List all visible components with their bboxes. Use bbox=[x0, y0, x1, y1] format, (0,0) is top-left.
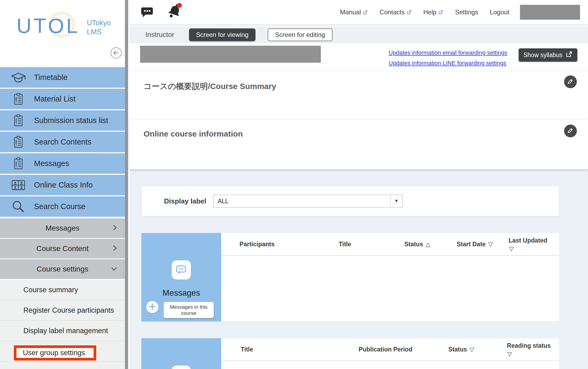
sidebar-item-submission-status[interactable]: Submission status list bbox=[0, 110, 125, 131]
nav-label: Help bbox=[423, 9, 436, 16]
nav-label: Settings bbox=[455, 9, 478, 16]
sidebar-item-material-list[interactable]: Material List bbox=[0, 89, 125, 109]
sidebar-item-online-class-info[interactable]: Online Class Info bbox=[0, 175, 125, 195]
messages-table: Participants Title Status△ Start Date▽ L bbox=[221, 233, 559, 321]
external-link-icon bbox=[566, 51, 573, 59]
external-link-icon bbox=[406, 10, 412, 15]
video-grid-icon bbox=[10, 179, 27, 191]
mode-bar: Instructor Screen for viewing Screen for… bbox=[129, 27, 588, 43]
materials-table-header: Title Publication Period Status▽ Reading… bbox=[221, 338, 559, 361]
sidebar-item-label: Search Contents bbox=[34, 138, 91, 146]
column-status[interactable]: Status△ bbox=[404, 241, 430, 248]
add-message-button[interactable] bbox=[146, 301, 158, 313]
dropdown-arrow-icon[interactable]: ▼ bbox=[390, 195, 402, 207]
messages-in-this-course-button[interactable]: Messages in this course bbox=[163, 302, 214, 318]
main-content: Manual Contacts Help Settings Logout bbox=[129, 0, 588, 369]
logo-text: UTOL bbox=[16, 15, 80, 36]
top-navigation: Manual Contacts Help Settings Logout bbox=[328, 0, 580, 24]
messages-tile[interactable]: Messages Messages in this course bbox=[141, 233, 221, 321]
column-last-updated[interactable]: Last Updated▽ bbox=[509, 237, 559, 253]
sidebar-group-course-content[interactable]: Course Content bbox=[0, 239, 125, 258]
edit-summary-button[interactable] bbox=[564, 75, 577, 88]
notification-badge bbox=[177, 3, 182, 8]
column-status[interactable]: Status▽ bbox=[448, 346, 474, 353]
messages-tile-title: Messages bbox=[141, 288, 221, 298]
show-syllabus-button[interactable]: Show syllabus bbox=[519, 48, 577, 62]
subitem-label: Course summary bbox=[23, 286, 78, 294]
display-label-text: Display label bbox=[164, 197, 206, 205]
sort-desc-icon: ▽ bbox=[507, 350, 557, 358]
sidebar-item-search-contents[interactable]: Search Contents bbox=[0, 132, 125, 152]
materials-table: Title Publication Period Status▽ Reading… bbox=[221, 338, 559, 369]
sidebar-item-label: Search Course bbox=[34, 202, 85, 211]
messages-table-header: Participants Title Status△ Start Date▽ L bbox=[221, 233, 559, 256]
sidebar-item-label: Submission status list bbox=[34, 116, 108, 125]
course-summary-section: コースの概要説明/Course Summary bbox=[129, 72, 588, 119]
nav-contacts[interactable]: Contacts bbox=[380, 9, 412, 16]
edit-online-info-button[interactable] bbox=[564, 125, 577, 137]
arrow-left-circle-icon bbox=[110, 47, 122, 59]
nav-manual[interactable]: Manual bbox=[340, 9, 368, 16]
sidebar-group-messages[interactable]: Messages bbox=[0, 218, 125, 238]
pencil-icon bbox=[567, 127, 574, 135]
sidebar-item-user-group-settings[interactable]: User group settings bbox=[0, 341, 125, 362]
nav-settings[interactable]: Settings bbox=[455, 9, 478, 16]
sidebar-scrollbar[interactable] bbox=[125, 0, 128, 369]
chat-icon[interactable] bbox=[141, 6, 153, 20]
group-label: Messages bbox=[45, 224, 79, 232]
email-forwarding-link[interactable]: Updates information email forwarding set… bbox=[389, 49, 507, 56]
user-name-redacted[interactable] bbox=[520, 5, 580, 20]
display-label-select[interactable]: ALL ▼ bbox=[213, 195, 402, 207]
message-bubble-icon bbox=[172, 260, 191, 279]
subitem-label: Register Course participants bbox=[23, 306, 114, 315]
group-label: Course Content bbox=[36, 244, 89, 253]
utol-lms-page: UTOL UTokyo LMS Timetable bbox=[0, 0, 588, 369]
screen-for-viewing-button[interactable]: Screen for viewing bbox=[189, 28, 255, 41]
sidebar-collapse-button[interactable] bbox=[110, 47, 122, 59]
sidebar-item-register-participants[interactable]: Register Course participants bbox=[0, 300, 125, 321]
sidebar-item-label: Messages bbox=[34, 159, 69, 168]
materials-tile[interactable] bbox=[141, 338, 221, 369]
online-course-title: Online course information bbox=[144, 129, 243, 138]
sidebar-item-timetable[interactable]: Timetable bbox=[0, 67, 125, 88]
line-forwarding-link[interactable]: Updates information LINE forwarding sett… bbox=[389, 60, 507, 67]
subitem-label: User group settings bbox=[23, 349, 85, 357]
notification-bell-icon[interactable] bbox=[167, 3, 183, 20]
search-icon bbox=[10, 200, 27, 214]
column-title: Title bbox=[241, 346, 256, 353]
column-participants: Participants bbox=[240, 241, 277, 248]
nav-logout[interactable]: Logout bbox=[490, 9, 509, 16]
nav-help[interactable]: Help bbox=[423, 9, 443, 16]
messages-card: Messages Messages in this course Partici… bbox=[141, 233, 559, 321]
forwarding-links: Updates information email forwarding set… bbox=[389, 49, 507, 67]
sidebar-item-messages[interactable]: Messages bbox=[0, 153, 125, 174]
external-link-icon bbox=[363, 10, 368, 15]
materials-card: Title Publication Period Status▽ Reading… bbox=[141, 338, 559, 369]
online-course-section: Online course information bbox=[129, 119, 588, 170]
sidebar-item-search-course[interactable]: Search Course bbox=[0, 196, 125, 217]
sidebar-item-display-label-management[interactable]: Display label management bbox=[0, 321, 125, 341]
sidebar-next-item-partial bbox=[0, 362, 125, 369]
column-reading-status[interactable]: Reading status▽ bbox=[507, 342, 557, 358]
sidebar-group-course-settings[interactable]: Course settings bbox=[0, 259, 125, 279]
sort-desc-icon: ▽ bbox=[470, 346, 474, 353]
group-label: Course settings bbox=[37, 265, 89, 273]
column-title: Title bbox=[339, 241, 354, 248]
graduation-cap-icon bbox=[10, 71, 27, 84]
chevron-right-icon bbox=[111, 224, 118, 232]
column-start-date[interactable]: Start Date▽ bbox=[457, 241, 493, 248]
screen-for-editing-button[interactable]: Screen for editing bbox=[268, 28, 333, 41]
sidebar-item-label: Timetable bbox=[34, 73, 68, 82]
sidebar-main-nav: Timetable Material List Submission statu… bbox=[0, 67, 125, 218]
display-label-panel: Display label ALL ▼ bbox=[141, 186, 559, 216]
column-publication-period: Publication Period bbox=[359, 346, 415, 353]
pencil-icon bbox=[567, 78, 574, 86]
sidebar: UTOL UTokyo LMS Timetable bbox=[0, 0, 125, 369]
course-summary-title: コースの概要説明/Course Summary bbox=[144, 81, 276, 92]
sidebar-item-course-summary[interactable]: Course summary bbox=[0, 280, 125, 300]
course-title-redacted bbox=[140, 46, 321, 63]
course-content-area: Display label ALL ▼ Messages Messages in bbox=[129, 170, 588, 369]
topbar: Manual Contacts Help Settings Logout bbox=[129, 0, 588, 24]
nav-label: Manual bbox=[340, 9, 361, 16]
sidebar-settings-subnav: Course summary Register Course participa… bbox=[0, 280, 125, 369]
